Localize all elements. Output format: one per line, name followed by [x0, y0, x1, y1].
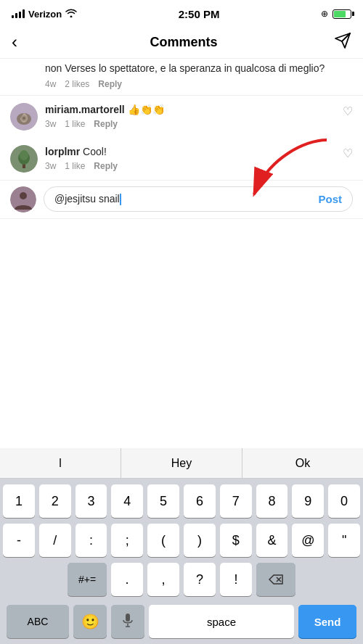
comment-username[interactable]: miriam.martorell [45, 104, 125, 115]
partial-comment-meta: 4w 2 likes Reply [45, 79, 353, 89]
key-period[interactable]: . [111, 563, 143, 596]
partial-comment: non Verses lo spettatore, e la speranza … [0, 59, 363, 96]
key-4[interactable]: 4 [111, 484, 143, 518]
status-left: Verizon [12, 9, 77, 20]
nav-bar: ‹ Comments [0, 26, 363, 59]
key-at[interactable]: @ [292, 524, 324, 557]
avatar [10, 103, 38, 131]
comment-age: 4w [45, 79, 56, 89]
carrier-label: Verizon [28, 9, 62, 20]
comment-age: 3w [45, 161, 56, 171]
comment-text: 👍👏👏 [125, 104, 165, 115]
emoji-icon: 🙂 [81, 613, 99, 630]
key-colon[interactable]: : [76, 524, 107, 557]
clock: 2:50 PM [179, 8, 220, 20]
key-minus[interactable]: - [3, 524, 35, 557]
key-0[interactable]: 0 [328, 484, 360, 518]
keyboard-suggestions: l Hey Ok [0, 448, 363, 479]
reply-button-1[interactable]: Reply [94, 161, 118, 171]
key-row-numbers: 1 2 3 4 5 6 7 8 9 0 [3, 484, 360, 518]
comment-input-box[interactable]: @jesjitsu snail Post [44, 186, 353, 212]
key-9[interactable]: 9 [292, 484, 324, 518]
key-slash[interactable]: / [39, 524, 71, 557]
key-space[interactable]: space [149, 605, 294, 638]
key-7[interactable]: 7 [220, 484, 252, 518]
mic-icon [123, 613, 133, 631]
key-8[interactable]: 8 [256, 484, 288, 518]
avatar [10, 145, 38, 173]
comment-likes: 2 likes [65, 79, 89, 89]
key-1[interactable]: 1 [3, 484, 35, 518]
send-icon[interactable] [334, 32, 351, 52]
reply-button-partial[interactable]: Reply [98, 79, 122, 89]
comments-area: non Verses lo spettatore, e la speranza … [0, 59, 363, 222]
keyboard-bottom-row: ABC 🙂 space Send [0, 605, 363, 644]
comment-body: miriam.martorell 👍👏👏 3w 1 like Reply [45, 103, 353, 129]
key-send[interactable]: Send [298, 605, 356, 638]
key-6[interactable]: 6 [184, 484, 216, 518]
wifi-icon [65, 9, 77, 20]
key-exclaim[interactable]: ! [220, 563, 252, 596]
partial-comment-text: non Verses lo spettatore, e la speranza … [45, 62, 353, 76]
heart-icon[interactable]: ♡ [343, 146, 353, 160]
comment-age: 3w [45, 119, 56, 129]
current-user-avatar [10, 186, 36, 212]
comment-username[interactable]: lorplmr [45, 146, 80, 157]
svg-point-3 [23, 117, 25, 120]
key-mic[interactable] [111, 605, 144, 638]
text-cursor [120, 194, 121, 205]
status-right: ⊕ [321, 9, 351, 19]
key-3[interactable]: 3 [76, 484, 107, 518]
comment-likes: 1 like [65, 119, 85, 129]
key-close-paren[interactable]: ) [184, 524, 216, 557]
key-dollar[interactable]: $ [220, 524, 252, 557]
comment-meta: 3w 1 like Reply [45, 119, 353, 129]
comment-item: miriam.martorell 👍👏👏 3w 1 like Reply ♡ [0, 96, 363, 138]
suggestion-0[interactable]: l [0, 448, 121, 478]
svg-point-10 [20, 192, 27, 199]
suggestion-2[interactable]: Ok [242, 448, 363, 478]
location-icon: ⊕ [321, 9, 328, 19]
signal-icon [12, 9, 25, 18]
key-row-symbols: - / : ; ( ) $ & @ " [3, 524, 360, 557]
key-row-misc: #+= . , ? ! [3, 563, 360, 596]
key-abc[interactable]: ABC [7, 605, 69, 638]
keyboard-rows: 1 2 3 4 5 6 7 8 9 0 - / : ; ( ) $ & @ " … [0, 479, 363, 605]
comment-body: lorplmr Cool! 3w 1 like Reply [45, 145, 353, 171]
key-emoji[interactable]: 🙂 [73, 605, 107, 638]
key-question[interactable]: ? [184, 563, 216, 596]
key-hashplus[interactable]: #+= [68, 563, 107, 596]
heart-icon[interactable]: ♡ [343, 104, 353, 118]
key-backspace[interactable] [256, 563, 295, 596]
reply-button-0[interactable]: Reply [94, 119, 118, 129]
comment-meta: 3w 1 like Reply [45, 161, 353, 171]
key-5[interactable]: 5 [147, 484, 179, 518]
input-value: @jesjitsu snail [54, 193, 120, 205]
input-text: @jesjitsu snail [54, 193, 121, 205]
back-button[interactable]: ‹ [12, 32, 33, 52]
suggestion-1[interactable]: Hey [121, 448, 242, 478]
keyboard: l Hey Ok 1 2 3 4 5 6 7 8 9 0 - / : ; ( [0, 448, 363, 644]
page-title: Comments [150, 35, 217, 50]
status-bar: Verizon 2:50 PM ⊕ [0, 0, 363, 26]
svg-rect-11 [126, 614, 130, 622]
key-comma[interactable]: , [147, 563, 179, 596]
comment-text: Cool! [80, 146, 107, 157]
battery-icon [333, 9, 351, 19]
svg-point-7 [20, 150, 28, 160]
key-quote[interactable]: " [328, 524, 360, 557]
key-open-paren[interactable]: ( [147, 524, 179, 557]
comment-input-area: @jesjitsu snail Post [0, 180, 363, 219]
key-ampersand[interactable]: & [256, 524, 288, 557]
comment-item: lorplmr Cool! 3w 1 like Reply ♡ [0, 138, 363, 180]
key-2[interactable]: 2 [39, 484, 71, 518]
key-semicolon[interactable]: ; [111, 524, 143, 557]
comment-likes: 1 like [65, 161, 85, 171]
post-button[interactable]: Post [318, 193, 342, 205]
